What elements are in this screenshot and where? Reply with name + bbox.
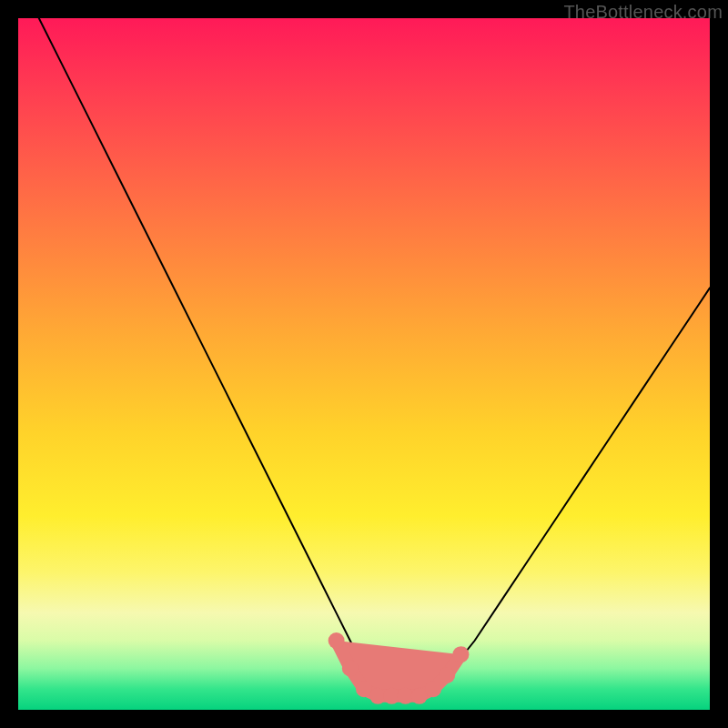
bottleneck-curve	[39, 18, 710, 696]
svg-point-9	[452, 646, 469, 662]
highlighted-points	[329, 632, 470, 704]
svg-point-8	[439, 667, 455, 683]
attribution-label: TheBottleneck.com	[563, 2, 723, 23]
svg-point-7	[425, 681, 441, 697]
plot-area	[18, 18, 710, 710]
svg-point-1	[342, 660, 359, 676]
outer-frame: TheBottleneck.com	[0, 0, 728, 728]
chart-svg	[18, 18, 710, 710]
svg-point-0	[329, 632, 345, 649]
